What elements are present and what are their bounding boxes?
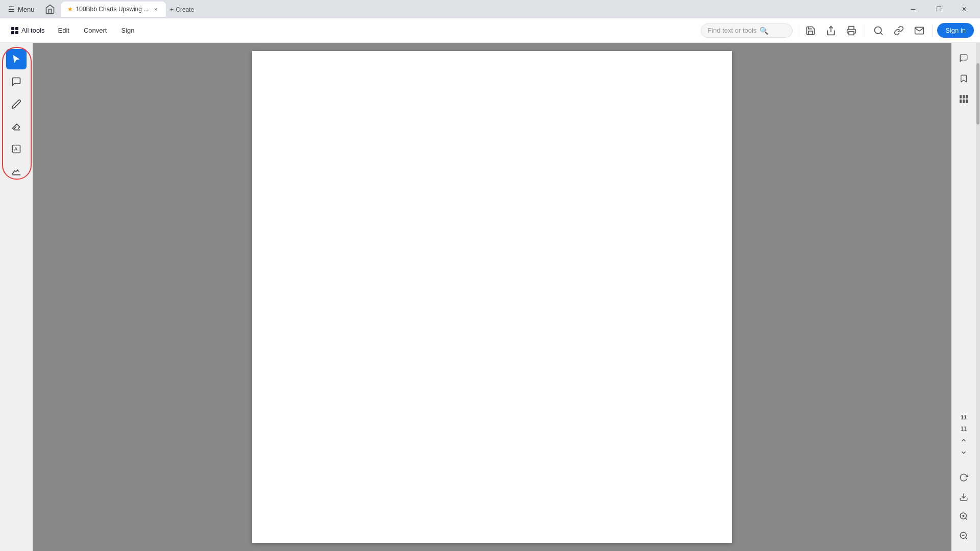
svg-rect-1 (849, 31, 854, 35)
maximize-button[interactable]: ❐ (927, 0, 950, 18)
chevron-up-icon (960, 437, 967, 444)
grid-panel-button[interactable] (954, 90, 973, 108)
toolbar-divider-2 (865, 24, 865, 37)
link-button[interactable] (890, 21, 908, 40)
find-tools-input[interactable]: Find text or tools 🔍 (701, 23, 793, 38)
save-local-button[interactable] (954, 488, 973, 506)
tab-favicon: ★ (67, 6, 73, 13)
tab-title: 100Bbb Charts Upswing ... (76, 6, 149, 13)
chat-icon (959, 54, 968, 63)
close-button[interactable]: ✕ (952, 0, 976, 18)
vertical-scrollbar[interactable] (976, 43, 980, 551)
right-content-wrapper: 11 11 (33, 43, 980, 551)
page-number-display: 11 (954, 423, 973, 434)
scrollbar-thumb[interactable] (976, 63, 979, 124)
convert-menu-item[interactable]: Convert (78, 23, 113, 37)
text-tool-button[interactable]: A (6, 139, 27, 159)
toolbar-divider-3 (933, 24, 933, 37)
close-icon: ✕ (962, 6, 967, 13)
scroll-down-button[interactable] (954, 447, 973, 458)
share-icon (826, 26, 836, 36)
minimize-button[interactable]: ─ (901, 0, 925, 18)
pdf-page (252, 51, 732, 543)
title-bar: ☰ Menu ★ 100Bbb Charts Upswing ... × + C… (0, 0, 980, 18)
zoom-out-button[interactable] (954, 527, 973, 545)
find-tools-search-icon: 🔍 (760, 27, 768, 35)
tabs-area: ★ 100Bbb Charts Upswing ... × + Create (61, 2, 897, 17)
pdf-content-area[interactable] (33, 43, 951, 551)
save-icon (805, 26, 816, 36)
mail-icon (914, 26, 924, 36)
home-icon (45, 4, 55, 14)
comment-icon (11, 77, 21, 87)
mail-button[interactable] (910, 21, 928, 40)
new-tab-plus: + (170, 6, 174, 13)
svg-text:A: A (14, 146, 18, 152)
find-tools-placeholder: Find text or tools (707, 27, 756, 34)
zoom-search-button[interactable] (869, 21, 888, 40)
right-sidebar: 11 11 (951, 43, 976, 551)
new-tab-button[interactable]: + Create (166, 3, 198, 17)
all-tools-label: All tools (21, 27, 45, 34)
all-tools-button[interactable]: All tools (6, 23, 50, 37)
grid-view-icon (960, 95, 968, 103)
active-tab[interactable]: ★ 100Bbb Charts Upswing ... × (61, 2, 166, 17)
bookmarks-panel-button[interactable] (954, 69, 973, 88)
pencil-icon (11, 99, 21, 109)
bookmark-icon (959, 74, 968, 83)
chevron-down-icon (960, 449, 967, 456)
select-tool-button[interactable] (6, 49, 27, 69)
current-page-indicator: 11 (954, 412, 973, 422)
draw-tool-button[interactable] (6, 94, 27, 114)
app-toolbar: All tools Edit Convert Sign Find text or… (0, 18, 980, 43)
home-button[interactable] (43, 2, 57, 16)
link-icon (894, 26, 904, 36)
share-button[interactable] (822, 21, 840, 40)
save-button[interactable] (801, 21, 820, 40)
maximize-icon: ❐ (936, 6, 942, 13)
print-button[interactable] (842, 21, 861, 40)
comments-panel-button[interactable] (954, 49, 973, 67)
erase-tool-button[interactable] (6, 116, 27, 137)
zoom-out-icon (959, 531, 968, 540)
print-icon (846, 26, 856, 36)
grid-icon (11, 27, 18, 34)
scroll-up-button[interactable] (954, 435, 973, 446)
svg-line-3 (880, 32, 883, 34)
text-icon: A (11, 144, 21, 154)
menu-label: Menu (18, 6, 35, 13)
left-sidebar: A (0, 43, 33, 551)
download-icon (959, 492, 968, 502)
zoom-in-icon (959, 512, 968, 521)
sign-menu-item[interactable]: Sign (115, 23, 140, 37)
toolbar-left: All tools Edit Convert Sign (6, 23, 141, 37)
svg-line-13 (965, 537, 967, 539)
toolbar-right: Find text or tools 🔍 (701, 21, 974, 40)
hamburger-icon: ☰ (8, 5, 15, 13)
window-controls: ─ ❐ ✕ (901, 0, 976, 18)
zoom-in-button[interactable] (954, 507, 973, 525)
browser-frame: ☰ Menu ★ 100Bbb Charts Upswing ... × + C… (0, 0, 980, 551)
tab-close-button[interactable]: × (152, 5, 160, 13)
svg-line-9 (965, 518, 967, 519)
cursor-icon (11, 54, 21, 64)
zoom-search-icon (873, 26, 884, 36)
page-nav-area: 11 11 (954, 412, 973, 545)
edit-menu-item[interactable]: Edit (52, 23, 76, 37)
sign-tool-button[interactable] (6, 161, 27, 182)
comment-tool-button[interactable] (6, 71, 27, 92)
menu-button[interactable]: ☰ Menu (4, 3, 39, 15)
signature-icon (11, 166, 21, 177)
new-tab-label: Create (176, 6, 194, 13)
refresh-button[interactable] (954, 468, 973, 487)
refresh-icon (959, 473, 968, 482)
main-area: A (0, 43, 980, 551)
erase-icon (11, 121, 21, 132)
toolbar-divider-1 (797, 24, 797, 37)
minimize-icon: ─ (911, 6, 916, 13)
sign-in-button[interactable]: Sign in (937, 23, 974, 38)
